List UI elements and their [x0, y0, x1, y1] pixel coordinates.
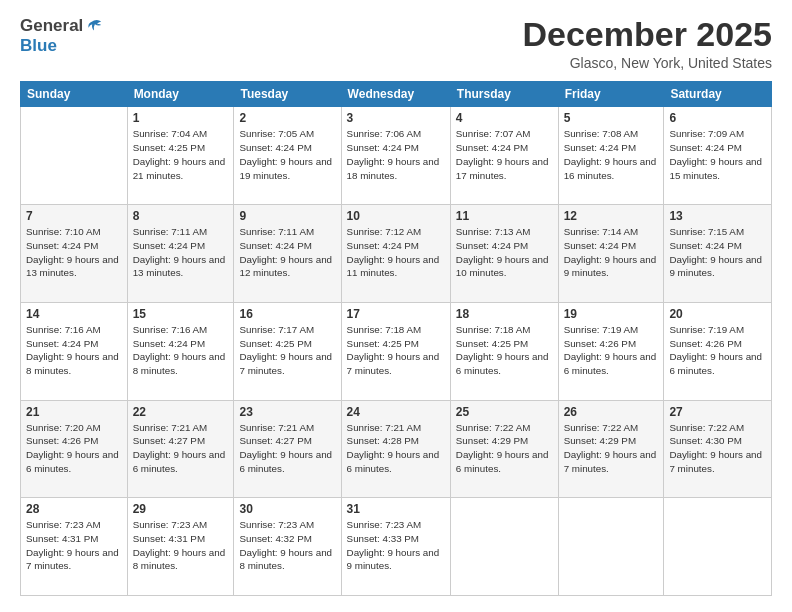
day-cell: 19Sunrise: 7:19 AMSunset: 4:26 PMDayligh… [558, 302, 664, 400]
day-header-friday: Friday [558, 82, 664, 107]
day-cell: 10Sunrise: 7:12 AMSunset: 4:24 PMDayligh… [341, 205, 450, 303]
day-info: Sunrise: 7:11 AMSunset: 4:24 PMDaylight:… [239, 225, 335, 280]
week-row-2: 14Sunrise: 7:16 AMSunset: 4:24 PMDayligh… [21, 302, 772, 400]
day-info: Sunrise: 7:21 AMSunset: 4:27 PMDaylight:… [133, 421, 229, 476]
day-number: 6 [669, 111, 766, 125]
day-number: 7 [26, 209, 122, 223]
day-cell [664, 498, 772, 596]
day-cell: 20Sunrise: 7:19 AMSunset: 4:26 PMDayligh… [664, 302, 772, 400]
day-info: Sunrise: 7:23 AMSunset: 4:31 PMDaylight:… [133, 518, 229, 573]
day-info: Sunrise: 7:21 AMSunset: 4:28 PMDaylight:… [347, 421, 445, 476]
day-number: 24 [347, 405, 445, 419]
logo-general: General [20, 16, 83, 36]
day-number: 2 [239, 111, 335, 125]
day-header-sunday: Sunday [21, 82, 128, 107]
day-cell: 28Sunrise: 7:23 AMSunset: 4:31 PMDayligh… [21, 498, 128, 596]
day-cell: 4Sunrise: 7:07 AMSunset: 4:24 PMDaylight… [450, 107, 558, 205]
day-number: 26 [564, 405, 659, 419]
header: General Blue December 2025 Glasco, New Y… [20, 16, 772, 71]
day-info: Sunrise: 7:15 AMSunset: 4:24 PMDaylight:… [669, 225, 766, 280]
day-cell: 22Sunrise: 7:21 AMSunset: 4:27 PMDayligh… [127, 400, 234, 498]
day-header-tuesday: Tuesday [234, 82, 341, 107]
day-number: 10 [347, 209, 445, 223]
day-cell: 7Sunrise: 7:10 AMSunset: 4:24 PMDaylight… [21, 205, 128, 303]
logo-blue: Blue [20, 36, 57, 55]
day-cell: 1Sunrise: 7:04 AMSunset: 4:25 PMDaylight… [127, 107, 234, 205]
day-cell: 6Sunrise: 7:09 AMSunset: 4:24 PMDaylight… [664, 107, 772, 205]
week-row-0: 1Sunrise: 7:04 AMSunset: 4:25 PMDaylight… [21, 107, 772, 205]
day-number: 25 [456, 405, 553, 419]
day-number: 13 [669, 209, 766, 223]
day-cell: 9Sunrise: 7:11 AMSunset: 4:24 PMDaylight… [234, 205, 341, 303]
day-cell: 30Sunrise: 7:23 AMSunset: 4:32 PMDayligh… [234, 498, 341, 596]
day-cell: 23Sunrise: 7:21 AMSunset: 4:27 PMDayligh… [234, 400, 341, 498]
day-number: 27 [669, 405, 766, 419]
day-info: Sunrise: 7:16 AMSunset: 4:24 PMDaylight:… [133, 323, 229, 378]
day-info: Sunrise: 7:17 AMSunset: 4:25 PMDaylight:… [239, 323, 335, 378]
day-header-saturday: Saturday [664, 82, 772, 107]
day-info: Sunrise: 7:19 AMSunset: 4:26 PMDaylight:… [564, 323, 659, 378]
day-info: Sunrise: 7:23 AMSunset: 4:33 PMDaylight:… [347, 518, 445, 573]
day-info: Sunrise: 7:23 AMSunset: 4:31 PMDaylight:… [26, 518, 122, 573]
day-cell: 25Sunrise: 7:22 AMSunset: 4:29 PMDayligh… [450, 400, 558, 498]
day-number: 11 [456, 209, 553, 223]
day-cell: 8Sunrise: 7:11 AMSunset: 4:24 PMDaylight… [127, 205, 234, 303]
month-title: December 2025 [522, 16, 772, 53]
day-cell: 13Sunrise: 7:15 AMSunset: 4:24 PMDayligh… [664, 205, 772, 303]
week-row-4: 28Sunrise: 7:23 AMSunset: 4:31 PMDayligh… [21, 498, 772, 596]
day-cell: 12Sunrise: 7:14 AMSunset: 4:24 PMDayligh… [558, 205, 664, 303]
day-info: Sunrise: 7:16 AMSunset: 4:24 PMDaylight:… [26, 323, 122, 378]
day-info: Sunrise: 7:12 AMSunset: 4:24 PMDaylight:… [347, 225, 445, 280]
day-info: Sunrise: 7:19 AMSunset: 4:26 PMDaylight:… [669, 323, 766, 378]
day-cell: 24Sunrise: 7:21 AMSunset: 4:28 PMDayligh… [341, 400, 450, 498]
day-number: 31 [347, 502, 445, 516]
day-number: 21 [26, 405, 122, 419]
day-info: Sunrise: 7:06 AMSunset: 4:24 PMDaylight:… [347, 127, 445, 182]
logo-bird-icon [85, 17, 103, 35]
day-number: 1 [133, 111, 229, 125]
day-cell: 27Sunrise: 7:22 AMSunset: 4:30 PMDayligh… [664, 400, 772, 498]
day-cell: 2Sunrise: 7:05 AMSunset: 4:24 PMDaylight… [234, 107, 341, 205]
day-cell: 26Sunrise: 7:22 AMSunset: 4:29 PMDayligh… [558, 400, 664, 498]
day-header-wednesday: Wednesday [341, 82, 450, 107]
day-info: Sunrise: 7:18 AMSunset: 4:25 PMDaylight:… [347, 323, 445, 378]
day-cell: 11Sunrise: 7:13 AMSunset: 4:24 PMDayligh… [450, 205, 558, 303]
day-info: Sunrise: 7:10 AMSunset: 4:24 PMDaylight:… [26, 225, 122, 280]
day-info: Sunrise: 7:23 AMSunset: 4:32 PMDaylight:… [239, 518, 335, 573]
logo: General Blue [20, 16, 103, 56]
day-cell: 21Sunrise: 7:20 AMSunset: 4:26 PMDayligh… [21, 400, 128, 498]
day-number: 30 [239, 502, 335, 516]
day-number: 14 [26, 307, 122, 321]
day-info: Sunrise: 7:08 AMSunset: 4:24 PMDaylight:… [564, 127, 659, 182]
day-number: 15 [133, 307, 229, 321]
title-block: December 2025 Glasco, New York, United S… [522, 16, 772, 71]
day-cell: 31Sunrise: 7:23 AMSunset: 4:33 PMDayligh… [341, 498, 450, 596]
day-cell [21, 107, 128, 205]
day-info: Sunrise: 7:22 AMSunset: 4:29 PMDaylight:… [456, 421, 553, 476]
day-number: 23 [239, 405, 335, 419]
day-cell: 18Sunrise: 7:18 AMSunset: 4:25 PMDayligh… [450, 302, 558, 400]
day-number: 22 [133, 405, 229, 419]
day-cell: 15Sunrise: 7:16 AMSunset: 4:24 PMDayligh… [127, 302, 234, 400]
day-number: 16 [239, 307, 335, 321]
day-number: 28 [26, 502, 122, 516]
day-number: 9 [239, 209, 335, 223]
week-row-1: 7Sunrise: 7:10 AMSunset: 4:24 PMDaylight… [21, 205, 772, 303]
day-cell: 5Sunrise: 7:08 AMSunset: 4:24 PMDaylight… [558, 107, 664, 205]
day-info: Sunrise: 7:14 AMSunset: 4:24 PMDaylight:… [564, 225, 659, 280]
day-number: 3 [347, 111, 445, 125]
header-row: SundayMondayTuesdayWednesdayThursdayFrid… [21, 82, 772, 107]
day-cell: 14Sunrise: 7:16 AMSunset: 4:24 PMDayligh… [21, 302, 128, 400]
day-number: 4 [456, 111, 553, 125]
day-number: 19 [564, 307, 659, 321]
day-info: Sunrise: 7:07 AMSunset: 4:24 PMDaylight:… [456, 127, 553, 182]
day-number: 29 [133, 502, 229, 516]
day-number: 20 [669, 307, 766, 321]
day-info: Sunrise: 7:13 AMSunset: 4:24 PMDaylight:… [456, 225, 553, 280]
day-cell: 29Sunrise: 7:23 AMSunset: 4:31 PMDayligh… [127, 498, 234, 596]
day-info: Sunrise: 7:18 AMSunset: 4:25 PMDaylight:… [456, 323, 553, 378]
day-number: 8 [133, 209, 229, 223]
day-number: 18 [456, 307, 553, 321]
day-cell: 3Sunrise: 7:06 AMSunset: 4:24 PMDaylight… [341, 107, 450, 205]
day-info: Sunrise: 7:05 AMSunset: 4:24 PMDaylight:… [239, 127, 335, 182]
